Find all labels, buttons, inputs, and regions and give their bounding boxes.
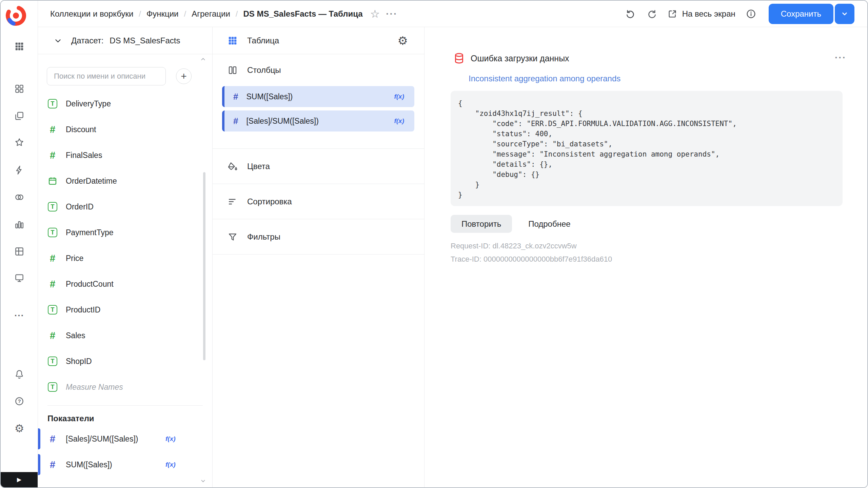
redo-icon[interactable] bbox=[646, 8, 657, 19]
filter-funnel-icon bbox=[228, 232, 238, 242]
chart-preview-area: Ошибка загрузки данных ··· Inconsistent … bbox=[425, 27, 867, 487]
lightning-icon[interactable] bbox=[12, 163, 27, 178]
star-icon[interactable] bbox=[12, 135, 27, 150]
top-bar-actions: На весь экран Сохранить bbox=[625, 4, 854, 24]
breadcrumb-separator: / bbox=[184, 9, 186, 19]
formula-fx-icon: f(x) bbox=[165, 461, 176, 468]
collapse-sidebar-button[interactable]: ▶ bbox=[1, 472, 38, 487]
search-input[interactable] bbox=[47, 67, 166, 85]
field-row-orderdatetime[interactable]: OrderDatetime bbox=[38, 168, 212, 194]
formula-fx-icon: f(x) bbox=[394, 93, 404, 100]
save-menu-button[interactable] bbox=[835, 4, 854, 24]
table-viz-icon[interactable] bbox=[228, 36, 238, 46]
retry-button[interactable]: Повторить bbox=[451, 215, 512, 233]
field-row-orderid[interactable]: T OrderID bbox=[38, 194, 212, 220]
error-message-link[interactable]: Inconsistent aggregation among operands bbox=[469, 74, 620, 83]
app-logo[interactable] bbox=[5, 5, 27, 26]
number-type-icon: # bbox=[47, 253, 58, 263]
columns-icon bbox=[228, 65, 238, 75]
fullscreen-button[interactable]: На весь экран bbox=[667, 9, 735, 19]
squares-2x2-icon[interactable] bbox=[12, 81, 27, 96]
favorite-star-icon[interactable]: ☆ bbox=[370, 8, 380, 19]
dataset-label: Датасет: bbox=[71, 36, 103, 45]
filters-section[interactable]: Фильтры bbox=[213, 219, 424, 255]
breadcrumb-separator: / bbox=[236, 9, 238, 19]
scrollbar-thumb[interactable] bbox=[203, 172, 205, 360]
save-button[interactable]: Сохранить bbox=[769, 4, 833, 24]
gear-icon[interactable]: ⚙ bbox=[12, 421, 27, 436]
columns-field-list: # SUM([Sales]) f(x) # [Sales]/SUM([Sales… bbox=[213, 84, 424, 148]
sorting-section[interactable]: Сортировка bbox=[213, 184, 424, 219]
svg-text:?: ? bbox=[18, 398, 21, 404]
field-row-shopid[interactable]: T ShopID bbox=[38, 348, 212, 374]
column-pill-sum-sales[interactable]: # SUM([Sales]) f(x) bbox=[222, 86, 414, 107]
chevron-down-icon[interactable] bbox=[54, 36, 62, 45]
visualization-title[interactable]: Таблица bbox=[247, 36, 279, 45]
scroll-down-icon[interactable] bbox=[199, 477, 207, 485]
bell-icon[interactable] bbox=[12, 367, 27, 382]
field-row-productcount[interactable]: # ProductCount bbox=[38, 271, 212, 297]
field-row-price[interactable]: # Price bbox=[38, 245, 212, 271]
text-type-icon: T bbox=[47, 305, 58, 314]
sorting-label: Сортировка bbox=[247, 197, 292, 206]
request-id: Request-ID: dl.48223_ck.ozv2ccvw5w bbox=[451, 242, 867, 250]
field-row-measure-names[interactable]: T Measure Names bbox=[38, 374, 212, 400]
error-json: { "zoid43hx1q7ij_result": { "code": "ERR… bbox=[458, 98, 834, 200]
dataset-selector[interactable]: Датасет: DS MS_SalesFacts bbox=[38, 27, 212, 54]
play-icon: ▶ bbox=[17, 476, 21, 483]
help-icon[interactable]: ? bbox=[12, 394, 27, 409]
columns-section-header: Столбцы bbox=[213, 54, 424, 84]
add-field-button[interactable]: + bbox=[176, 68, 192, 84]
field-row-discount[interactable]: # Discount bbox=[38, 117, 212, 142]
details-button[interactable]: Подробнее bbox=[525, 215, 574, 233]
visualization-header: Таблица ⚙ bbox=[213, 27, 424, 54]
save-split-button: Сохранить bbox=[769, 4, 854, 24]
number-type-icon: # bbox=[47, 331, 58, 341]
breadcrumb: Коллекции и воркбуки / Функции / Агрегац… bbox=[50, 9, 363, 19]
formula-fx-icon: f(x) bbox=[394, 117, 404, 125]
breadcrumb-item-collections[interactable]: Коллекции и воркбуки bbox=[50, 9, 133, 19]
error-more-icon[interactable]: ··· bbox=[835, 53, 846, 62]
field-row-productid[interactable]: T ProductID bbox=[38, 297, 212, 323]
breadcrumb-item-aggregations[interactable]: Агрегации bbox=[192, 9, 230, 19]
column-pill-sales-share[interactable]: # [Sales]/SUM([Sales]) f(x) bbox=[222, 110, 414, 131]
bar-chart-icon[interactable] bbox=[12, 217, 27, 232]
dataset-name[interactable]: DS MS_SalesFacts bbox=[110, 36, 180, 45]
layers-icon[interactable] bbox=[12, 108, 27, 123]
number-type-icon: # bbox=[47, 460, 58, 470]
measure-row-sales-share[interactable]: # [Sales]/SUM([Sales]) f(x) bbox=[38, 426, 212, 452]
paint-bucket-icon bbox=[228, 161, 238, 171]
scroll-up-icon[interactable] bbox=[199, 56, 207, 63]
visualization-panel: Таблица ⚙ Столбцы # SUM([Sales]) f(x) bbox=[213, 27, 425, 487]
expand-icon bbox=[667, 9, 677, 19]
more-options-icon[interactable]: ··· bbox=[386, 9, 397, 19]
more-icon[interactable]: ··· bbox=[12, 308, 27, 323]
info-icon[interactable] bbox=[746, 8, 756, 19]
error-header: Ошибка загрузки данных bbox=[453, 51, 867, 66]
field-row-finalsales[interactable]: # FinalSales bbox=[38, 142, 212, 168]
number-type-icon: # bbox=[233, 92, 238, 101]
field-row-paymenttype[interactable]: T PaymentType bbox=[38, 220, 212, 245]
breadcrumb-item-functions[interactable]: Функции bbox=[146, 9, 179, 19]
divider bbox=[47, 405, 203, 406]
apps-grid-icon[interactable] bbox=[12, 39, 27, 54]
colors-label: Цвета bbox=[247, 162, 270, 171]
circles-icon[interactable] bbox=[12, 190, 27, 205]
field-row-sales[interactable]: # Sales bbox=[38, 323, 212, 348]
monitor-icon[interactable] bbox=[12, 270, 27, 285]
text-type-icon: T bbox=[47, 228, 58, 237]
field-row-deliverytype[interactable]: T DeliveryType bbox=[38, 91, 212, 117]
undo-icon[interactable] bbox=[625, 8, 636, 19]
chevron-down-icon bbox=[840, 9, 849, 18]
breadcrumb-item-current: DS MS_SalesFacts — Таблица bbox=[243, 9, 362, 19]
number-type-icon: # bbox=[47, 279, 58, 289]
formula-fx-icon: f(x) bbox=[165, 435, 176, 443]
table-icon[interactable] bbox=[12, 244, 27, 259]
database-error-icon bbox=[453, 52, 465, 64]
text-type-icon: T bbox=[47, 202, 58, 211]
measure-row-sum-sales[interactable]: # SUM([Sales]) f(x) bbox=[38, 452, 212, 477]
colors-section[interactable]: Цвета bbox=[213, 149, 424, 184]
gear-icon[interactable]: ⚙ bbox=[398, 35, 408, 46]
columns-section: Столбцы # SUM([Sales]) f(x) # [Sales]/SU… bbox=[213, 54, 424, 149]
text-type-icon: T bbox=[47, 382, 58, 392]
